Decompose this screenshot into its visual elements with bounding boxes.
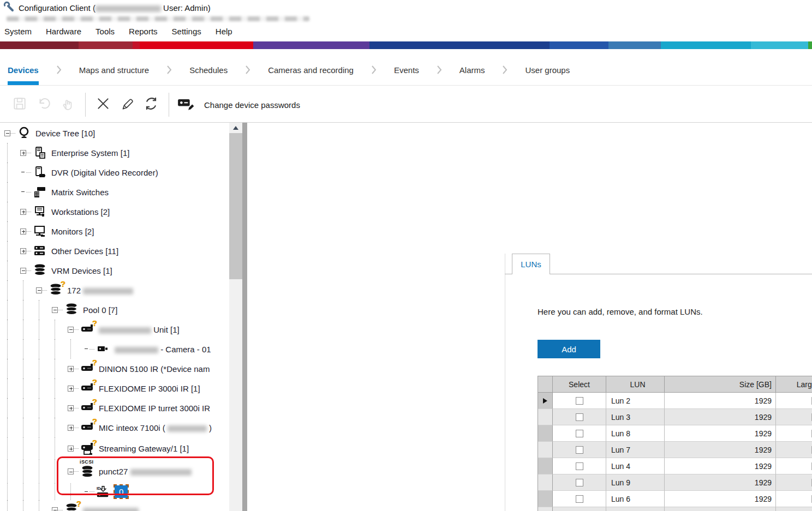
column-header-lun[interactable]: LUN [606, 376, 665, 393]
tree-item[interactable]: ?172 [0, 280, 229, 300]
selected-tree-node[interactable]: 0 [115, 485, 128, 498]
menu-tools[interactable]: Tools [95, 27, 115, 36]
add-button[interactable]: Add [538, 340, 600, 358]
nav-tab-devices[interactable]: Devices [0, 55, 46, 85]
select-checkbox[interactable] [576, 462, 583, 470]
tree-scrollbar[interactable] [229, 123, 242, 511]
collapse-icon[interactable] [36, 287, 42, 293]
menu-reports[interactable]: Reports [129, 27, 158, 36]
tree-item[interactable]: ? Unit [1] [0, 320, 229, 339]
collapse-icon[interactable] [52, 307, 58, 313]
row-header-cell[interactable] [538, 507, 553, 511]
select-checkbox[interactable] [576, 397, 583, 405]
collapse-icon[interactable] [20, 268, 26, 274]
chevron-right-icon [245, 65, 250, 75]
expand-icon[interactable] [68, 425, 74, 431]
row-header-cell[interactable] [538, 474, 553, 491]
tree-item[interactable]: ?MIC inteox 7100i ( ) [0, 418, 229, 437]
tree-item[interactable]: Device Tree [10] [0, 123, 229, 143]
expand-icon[interactable] [20, 150, 26, 156]
tree-guide-line [39, 500, 52, 511]
refresh-button[interactable] [139, 93, 163, 117]
select-checkbox[interactable] [576, 495, 583, 503]
menu-system[interactable]: System [4, 27, 32, 36]
chevron-right-icon [166, 65, 172, 75]
edit-icon [120, 96, 135, 113]
menu-settings[interactable]: Settings [172, 27, 201, 36]
row-header-cell[interactable] [538, 393, 553, 409]
lun-row[interactable]: Lun 91929Formatted100% [538, 474, 812, 491]
row-header-cell[interactable] [538, 442, 553, 458]
tree-item[interactable]: iSCSIpunct27 [0, 460, 229, 483]
tree-item[interactable]: ?Streaming Gateway/1 [1] [0, 437, 229, 460]
menu-hardware[interactable]: Hardware [46, 27, 81, 36]
tree-item[interactable]: Matrix Switches [0, 182, 229, 202]
tree-item[interactable]: ? [0, 500, 229, 511]
lun-row[interactable]: Lun 81929Formatted100% [538, 425, 812, 442]
nav-tab-cameras-and-recording[interactable]: Cameras and recording [260, 55, 361, 85]
edit-button[interactable] [115, 93, 139, 117]
select-checkbox[interactable] [576, 413, 583, 421]
tree-connector [42, 290, 47, 291]
expand-icon[interactable] [20, 209, 26, 215]
tree-item[interactable]: ID0 [0, 483, 229, 500]
lun-row[interactable]: Lun 21929Formatted100% [538, 393, 812, 409]
scroll-up-button[interactable] [229, 123, 242, 133]
tree-item[interactable]: ?DINION 5100 IR (*Device nam [0, 359, 229, 378]
collapse-icon[interactable] [52, 507, 58, 511]
select-checkbox[interactable] [576, 430, 583, 437]
tree-item[interactable]: Other Devices [11] [0, 241, 229, 261]
lun-row[interactable]: Lun 31929Formatted100% [538, 409, 812, 425]
tab-luns[interactable]: LUNs [512, 254, 550, 274]
nav-tab-events[interactable]: Events [386, 55, 427, 85]
server-doc-icon [33, 146, 47, 160]
panel-splitter[interactable] [242, 123, 247, 511]
expand-icon[interactable] [68, 446, 74, 452]
lun-row[interactable]: Lun 71929Formatted100% [538, 442, 812, 458]
tree-guide-line [23, 437, 36, 460]
tree-item[interactable]: VRM Devices [1] [0, 261, 229, 280]
nav-tab-maps-and-structure[interactable]: Maps and structure [71, 55, 157, 85]
select-checkbox[interactable] [576, 479, 583, 486]
tree-item[interactable]: ?FLEXIDOME IP 3000i IR [1] [0, 378, 229, 398]
collapse-icon[interactable] [68, 327, 74, 333]
lun-row[interactable]: Lun 01929Formatted100% [538, 507, 812, 511]
nav-tab-alarms[interactable]: Alarms [452, 55, 493, 85]
column-header-large-lun[interactable]: Large LUN [776, 376, 812, 393]
lun-row[interactable]: Lun 41929Formatted100% [538, 458, 812, 474]
delete-button[interactable] [91, 93, 115, 117]
table-corner-cell [538, 376, 553, 393]
scrollbar-thumb[interactable] [229, 133, 242, 279]
tree-label-text: VRM Devices [1] [51, 266, 112, 275]
expand-icon[interactable] [68, 386, 74, 392]
content-border [505, 254, 505, 511]
change-passwords-button[interactable] [175, 93, 199, 117]
expand-icon[interactable] [68, 405, 74, 411]
nav-tab-user-groups[interactable]: User groups [517, 55, 577, 85]
collapse-icon[interactable] [68, 468, 74, 474]
tree-item[interactable]: Workstations [2] [0, 202, 229, 221]
nav-tab-schedules[interactable]: Schedules [182, 55, 235, 85]
tree-guide-line [7, 418, 20, 437]
tree-item[interactable]: Enterprise System [1] [0, 143, 229, 163]
collapse-icon[interactable] [4, 130, 10, 136]
expand-icon[interactable] [20, 248, 26, 254]
lun-row[interactable]: Lun 61929Formatted100% [538, 491, 812, 507]
column-header-select[interactable]: Select [553, 376, 606, 393]
tree-item[interactable]: - Camera - 01 [0, 339, 229, 359]
lun-table: SelectLUNSize [GB]Large LUNStateProgress… [538, 376, 812, 511]
column-header-size-gb-[interactable]: Size [GB] [665, 376, 776, 393]
row-header-cell[interactable] [538, 491, 553, 507]
expand-icon[interactable] [20, 229, 26, 235]
tree-item[interactable]: Monitors [2] [0, 221, 229, 241]
row-header-cell[interactable] [538, 409, 553, 425]
select-checkbox[interactable] [576, 446, 583, 454]
expand-icon[interactable] [68, 366, 74, 372]
row-header-cell[interactable] [538, 458, 553, 474]
tree-item[interactable]: DVR (Digital Video Recorder) [0, 163, 229, 182]
redacted-text [83, 508, 139, 511]
row-header-cell[interactable] [538, 425, 553, 442]
tree-item[interactable]: ?FLEXIDOME IP turret 3000i IR [0, 398, 229, 418]
tree-item[interactable]: Pool 0 [7] [0, 300, 229, 320]
menu-help[interactable]: Help [216, 27, 232, 36]
